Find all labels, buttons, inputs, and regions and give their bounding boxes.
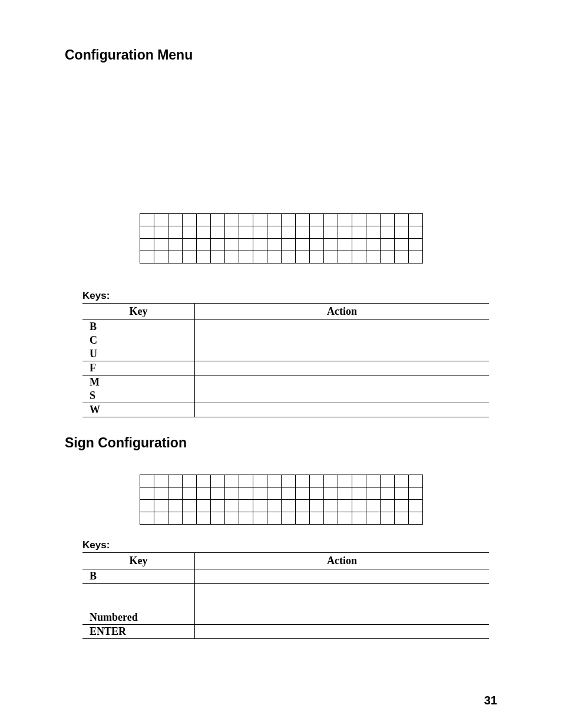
spacer [65,457,497,475]
key-cell: Numbered [82,611,195,625]
table-row: B [82,320,489,334]
key-cell: M [82,375,195,389]
action-cell [195,625,490,639]
table-row: ENTER [82,625,489,639]
action-cell [195,611,490,625]
keys-table-1: Key Action B C U F M S W [82,303,489,417]
key-cell: C [82,334,195,347]
key-cell [82,584,195,611]
keys-table-1-header-key: Key [82,304,195,320]
section-heading-sign-configuration: Sign Configuration [65,435,497,451]
keys-label-2: Keys: [82,539,497,551]
action-cell [195,334,490,347]
key-cell: B [82,320,195,334]
table-row: W [82,403,489,417]
keys-table-2-header-action: Action [195,553,490,569]
keys-table-2-header-key: Key [82,553,195,569]
lcd-grid-1-wrap [65,213,497,263]
spacer [65,69,497,213]
lcd-grid-1 [140,213,423,263]
key-cell: F [82,361,195,375]
key-cell: U [82,347,195,361]
keys-table-1-header-action: Action [195,304,490,320]
page: Configuration Menu Keys: Key Action B C … [0,0,562,728]
lcd-grid-2-wrap [65,475,497,525]
table-row: S [82,389,489,403]
table-row: C [82,334,489,347]
action-cell [195,569,490,584]
action-cell [195,403,490,417]
action-cell [195,361,490,375]
section-heading-configuration-menu: Configuration Menu [65,47,497,63]
table-row: B [82,569,489,584]
action-cell [195,320,490,334]
action-cell [195,375,490,389]
lcd-grid-2 [140,475,423,525]
keys-label-1: Keys: [82,290,497,302]
action-cell [195,389,490,403]
key-cell: ENTER [82,625,195,639]
keys-table-2: Key Action B Numbered ENTER [82,552,489,639]
table-row: U [82,347,489,361]
key-cell: S [82,389,195,403]
table-row: Numbered [82,611,489,625]
table-row: M [82,375,489,389]
table-row: F [82,361,489,375]
page-number: 31 [484,694,497,707]
action-cell [195,347,490,361]
key-cell: W [82,403,195,417]
action-cell [195,584,490,611]
key-cell: B [82,569,195,584]
table-row [82,584,489,611]
